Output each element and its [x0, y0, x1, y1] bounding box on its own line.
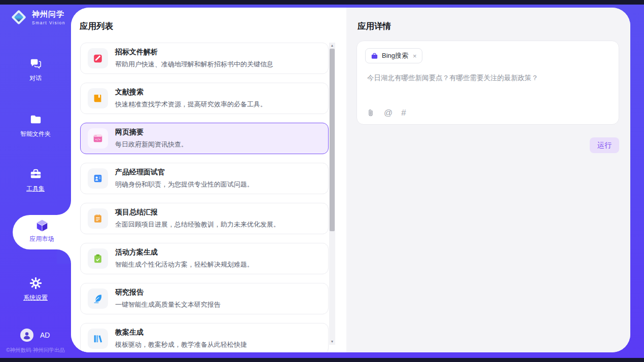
sidebar-footer-text: ©神州数码·神州问学出品 — [0, 347, 71, 354]
sidebar-item-toolkit[interactable]: 工具集 — [0, 167, 71, 193]
briefcase-icon — [371, 52, 378, 60]
books-icon — [88, 329, 108, 349]
app-description: 全面回顾项目进展，总结经验教训，助力未来优化发展。 — [115, 220, 280, 229]
sidebar-item-label: 应用市场 — [13, 235, 71, 243]
diamond-logo-icon — [9, 8, 28, 27]
at-icon[interactable]: @ — [384, 108, 392, 117]
app-description: 智能生成个性化活动方案，轻松解决规划难题。 — [115, 260, 254, 269]
tool-tag-bing-search[interactable]: Bing搜索 × — [365, 48, 422, 63]
sidebar-item-label: 对话 — [0, 74, 71, 83]
scroll-up-button[interactable]: ▲ — [329, 43, 335, 49]
tool-tag-label: Bing搜索 — [382, 51, 408, 60]
app-name: 教案生成 — [115, 328, 247, 337]
edit-square-icon — [88, 48, 108, 68]
main-panel: 应用列表 招标文件解析 帮助用户快速、准确地理解和解析招标书中的关键信息 — [71, 8, 630, 352]
sidebar-item-label: 智能文件夹 — [0, 130, 71, 138]
app-description: 一键智能生成高质量长文本研究报告 — [115, 300, 221, 309]
folder-icon — [29, 113, 43, 126]
app-name: 活动方案生成 — [115, 248, 254, 257]
quill-icon — [88, 288, 108, 309]
app-name: 招标文件解析 — [115, 48, 273, 57]
app-list-pane: 应用列表 招标文件解析 帮助用户快速、准确地理解和解析招标书中的关键信息 — [71, 8, 346, 352]
user-initials: AD — [40, 331, 50, 339]
user-account[interactable]: AD — [20, 329, 50, 342]
app-description: 帮助用户快速、准确地理解和解析招标书中的关键信息 — [115, 60, 273, 69]
run-button[interactable]: 运行 — [590, 137, 619, 153]
chat-icon — [29, 57, 43, 70]
sidebar-item-smart-folder[interactable]: 智能文件夹 — [0, 113, 71, 138]
scrollbar-thumb[interactable] — [330, 49, 335, 231]
prompt-input-area[interactable]: Bing搜索 × 今日湖北有哪些新闻要点？有哪些需要关注的最新政策？ @ # — [356, 41, 619, 125]
app-description: 明确身份和职责，为您提供专业性的面试问题。 — [115, 180, 254, 189]
brand-name: 神州问学 — [32, 10, 65, 19]
app-name: 产品经理面试官 — [115, 168, 254, 177]
app-card-web-summary[interactable]: </> 网页摘要 每日政府新闻资讯快查。 — [80, 123, 329, 154]
prompt-text: 今日湖北有哪些新闻要点？有哪些需要关注的最新政策？ — [367, 74, 539, 83]
app-description: 每日政府新闻资讯快查。 — [115, 140, 188, 149]
app-description: 快速精准查找学术资源，提高研究效率的必备工具。 — [115, 100, 267, 109]
app-name: 网页摘要 — [115, 128, 188, 137]
sidebar-item-settings[interactable]: 系统设置 — [0, 276, 71, 302]
avatar — [20, 329, 33, 342]
app-detail-title: 应用详情 — [357, 21, 391, 32]
input-toolbar: @ # — [366, 108, 406, 117]
tab-curve-top — [57, 201, 71, 215]
app-card-literature-search[interactable]: 文献搜索 快速精准查找学术资源，提高研究效率的必备工具。 — [80, 83, 329, 114]
tab-curve-bottom — [57, 249, 71, 264]
app-name: 项目总结汇报 — [115, 208, 280, 217]
sidebar-item-label: 工具集 — [0, 185, 71, 193]
sidebar: 神州问学 Smart Vision 对话 智能文件夹 工具集 — [0, 5, 71, 358]
gear-icon — [29, 276, 43, 290]
close-icon[interactable]: × — [413, 52, 417, 60]
interview-icon — [88, 168, 108, 189]
scroll-down-button[interactable]: ▼ — [329, 339, 335, 345]
brand-logo: 神州问学 Smart Vision — [9, 8, 65, 27]
clipboard-check-icon — [88, 248, 108, 269]
app-name: 研究报告 — [115, 288, 221, 297]
sidebar-item-app-market[interactable]: 应用市场 — [13, 215, 71, 249]
browser-code-icon: </> — [88, 128, 108, 149]
hash-icon[interactable]: # — [401, 108, 406, 117]
app-description: 模板驱动，教案秒成，教学准备从此轻松快捷 — [115, 340, 247, 349]
paperclip-icon[interactable] — [366, 108, 375, 117]
app-detail-pane: 应用详情 Bing搜索 × 今日湖北有哪些新闻要点？有哪些需要关注的最新政策？ … — [346, 8, 630, 352]
toolbox-icon — [29, 167, 43, 181]
sidebar-item-label: 系统设置 — [0, 294, 71, 302]
app-list-title: 应用列表 — [80, 21, 113, 32]
app-card-event-plan[interactable]: 活动方案生成 智能生成个性化活动方案，轻松解决规划难题。 — [80, 243, 329, 274]
svg-text:</>: </> — [95, 137, 101, 141]
book-icon — [88, 88, 108, 108]
brand-subtitle: Smart Vision — [32, 20, 65, 25]
scrollbar-track[interactable]: ▲ ▼ — [329, 43, 335, 345]
app-name: 文献搜索 — [115, 88, 267, 97]
app-card-research-report[interactable]: 研究报告 一键智能生成高质量长文本研究报告 — [80, 283, 329, 314]
app-card-list: 招标文件解析 帮助用户快速、准确地理解和解析招标书中的关键信息 文献搜索 快速精… — [80, 43, 329, 352]
app-card-project-summary[interactable]: 项目总结汇报 全面回顾项目进展，总结经验教训，助力未来优化发展。 — [80, 203, 329, 234]
app-card-lesson-plan[interactable]: 教案生成 模板驱动，教案秒成，教学准备从此轻松快捷 — [80, 323, 329, 352]
app-card-pm-interviewer[interactable]: 产品经理面试官 明确身份和职责，为您提供专业性的面试问题。 — [80, 163, 329, 194]
cube-icon — [34, 218, 50, 233]
notepad-icon — [88, 208, 108, 229]
sidebar-item-chat[interactable]: 对话 — [0, 57, 71, 83]
app-card-bid-parsing[interactable]: 招标文件解析 帮助用户快速、准确地理解和解析招标书中的关键信息 — [80, 43, 329, 74]
